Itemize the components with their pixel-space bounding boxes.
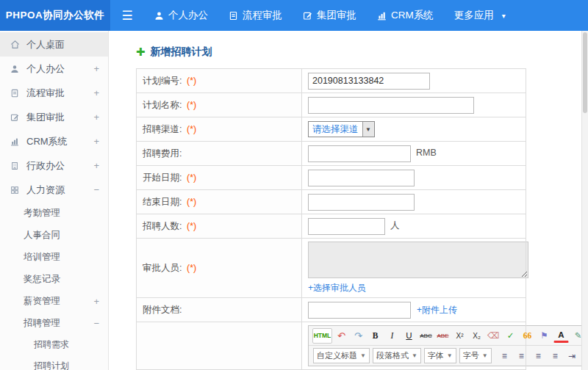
required-mark: (*) (187, 263, 196, 273)
sidebar-item-label: 个人办公 (26, 62, 93, 76)
sidebar-item-label: 培训管理 (24, 251, 99, 264)
nav-more-apps[interactable]: 更多应用 ▾ (444, 0, 516, 31)
form-row: 招聘渠道: (*) 请选择渠道 ▼ (137, 117, 526, 142)
sidebar-item-label: 薪资管理 (24, 295, 93, 308)
channel-select[interactable]: 请选择渠道 ▼ (308, 121, 375, 137)
field-label: 审批人员: (143, 263, 182, 273)
editor-button[interactable]: ABE (435, 328, 451, 344)
sidebar-item-personal-desktop[interactable]: 个人桌面 (0, 32, 108, 57)
scrollbar-thumb[interactable] (583, 32, 587, 113)
editor-button[interactable]: X² (452, 328, 467, 344)
menu-toggle-icon[interactable]: ☰ (110, 8, 144, 23)
nav-label: 更多应用 (454, 9, 494, 22)
sidebar-item-label: 流程审批 (26, 87, 93, 100)
vertical-scrollbar[interactable] (581, 31, 588, 370)
sidebar-item-label: CRM系统 (26, 135, 93, 148)
sidebar-item-recruit-demand[interactable]: 招聘需求 (0, 334, 108, 355)
paragraph-format-dropdown[interactable]: 段落格式 ▼ (373, 348, 421, 363)
editor-button[interactable]: ≡ (514, 348, 529, 363)
workflow-icon (10, 89, 26, 98)
fee-input[interactable] (308, 145, 411, 162)
font-family-dropdown[interactable]: 字体 ▼ (424, 348, 456, 363)
expand-icon[interactable]: + (93, 160, 99, 171)
editor-button[interactable]: A (553, 329, 569, 343)
editor-button[interactable]: HTML (312, 328, 332, 344)
sidebar-item-rewards[interactable]: 奖惩记录 (0, 268, 108, 290)
sidebar-item-crm-system[interactable]: CRM系统 + (0, 129, 108, 153)
sidebar-item-label: 考勤管理 (24, 207, 99, 220)
collapse-icon[interactable]: − (93, 184, 99, 195)
select-value: 请选择渠道 (309, 122, 362, 137)
sidebar-item-attendance[interactable]: 考勤管理 (0, 202, 108, 224)
plan-number-input[interactable] (308, 73, 430, 90)
recruit-plan-form: 计划编号: (*) 计划名称: (*) 招聘渠道: (* (136, 68, 526, 370)
required-mark: (*) (187, 197, 196, 207)
collapse-icon[interactable]: − (93, 318, 99, 329)
editor-button[interactable]: ⌫ (486, 328, 501, 344)
edit-square-icon (10, 113, 26, 122)
editor-button[interactable]: ≡ (548, 348, 563, 363)
end-date-input[interactable] (308, 194, 415, 211)
attachment-input[interactable] (308, 302, 411, 319)
editor-button[interactable]: U (401, 328, 417, 344)
control-cell: +选择审批人员 (302, 239, 526, 298)
font-size-dropdown[interactable]: 字号 ▼ (459, 348, 492, 363)
sidebar-item-salary[interactable]: 薪资管理 + (0, 290, 108, 312)
edit-square-icon (303, 11, 312, 21)
sidebar-item-admin-office[interactable]: 行政办公 + (0, 153, 108, 178)
expand-icon[interactable]: + (93, 112, 99, 123)
fee-unit-label: RMB (416, 148, 437, 158)
page-title: ✚ 新增招聘计划 (136, 46, 588, 59)
approver-textarea[interactable] (308, 242, 528, 278)
control-cell (302, 166, 526, 190)
nav-personal-office[interactable]: 个人办公 (144, 0, 218, 31)
control-cell: 人 (302, 214, 526, 239)
plan-name-input[interactable] (308, 97, 474, 114)
label-cell: 结束日期: (*) (137, 190, 302, 214)
editor-button[interactable]: ↶ (334, 328, 349, 344)
editor-button[interactable]: ABC (418, 328, 434, 344)
sidebar-item-human-resources[interactable]: 人力资源 − (0, 178, 108, 202)
editor-button[interactable]: I (384, 328, 400, 344)
form-row: 招聘人数: (*) 人 (137, 214, 526, 239)
top-nav: 个人办公 流程审批 集团审批 CRM系统 更多应用 (144, 0, 516, 31)
attachment-upload-link[interactable]: +附件上传 (417, 304, 457, 316)
editor-button[interactable]: 66 (520, 328, 535, 344)
headcount-input[interactable] (308, 218, 385, 235)
sidebar-item-hr-contract[interactable]: 人事合同 (0, 224, 108, 246)
nav-label: CRM系统 (391, 9, 434, 22)
sidebar-item-training[interactable]: 培训管理 (0, 246, 108, 268)
editor-button[interactable]: ↷ (351, 328, 366, 344)
form-row: HTML↶↷BIUABCABEX²X₂⌫✓66⚑A✎ 自定义标题 ▼ 段落格式 … (137, 322, 526, 370)
editor-button[interactable]: X₂ (469, 328, 484, 344)
editor-button[interactable]: ✓ (503, 328, 518, 344)
expand-icon[interactable]: + (93, 136, 99, 147)
editor-button[interactable]: ⚑ (537, 328, 552, 344)
expand-icon[interactable]: + (93, 296, 99, 307)
nav-workflow-approval[interactable]: 流程审批 (218, 0, 293, 31)
editor-button[interactable]: ⇥ (564, 348, 580, 363)
sidebar-item-recruit-management[interactable]: 招聘管理 − (0, 312, 108, 334)
sidebar-item-personal-office[interactable]: 个人办公 + (0, 57, 108, 81)
sidebar-item-group-approval[interactable]: 集团审批 + (0, 105, 108, 129)
bar-chart-icon (377, 11, 387, 21)
sidebar-item-workflow-approval[interactable]: 流程审批 + (0, 81, 108, 105)
expand-icon[interactable]: + (93, 63, 99, 74)
sidebar-item-label: 奖惩记录 (24, 273, 99, 286)
sidebar-item-label: 人力资源 (26, 184, 93, 197)
editor-toolbar-row1: HTML↶↷BIUABCABEX²X₂⌫✓66⚑A✎ (309, 326, 588, 346)
expand-icon[interactable]: + (93, 87, 99, 98)
sidebar-item-recruit-plan[interactable]: 招聘计划 (0, 355, 108, 370)
editor-button[interactable]: ≡ (497, 348, 512, 363)
editor-button[interactable]: ≡ (531, 348, 546, 363)
form-row: 附件文档: +附件上传 (137, 298, 526, 322)
label-cell: 开始日期: (*) (137, 166, 302, 190)
nav-crm-system[interactable]: CRM系统 (367, 0, 444, 31)
start-date-input[interactable] (308, 170, 415, 186)
rich-text-editor: HTML↶↷BIUABCABEX²X₂⌫✓66⚑A✎ 自定义标题 ▼ 段落格式 … (308, 325, 588, 366)
select-approver-link[interactable]: +选择审批人员 (308, 282, 366, 294)
editor-button[interactable]: B (368, 328, 383, 344)
chevron-down-icon: ▼ (482, 352, 488, 359)
custom-title-dropdown[interactable]: 自定义标题 ▼ (313, 348, 370, 363)
nav-group-approval[interactable]: 集团审批 (293, 0, 367, 31)
